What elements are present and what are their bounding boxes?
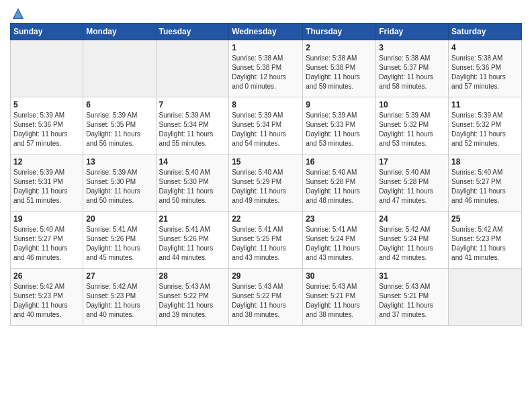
day-number: 11 (451, 100, 519, 109)
day-info: Sunrise: 5:39 AM Sunset: 5:31 PM Dayligh… (13, 168, 80, 205)
day-info: Sunrise: 5:43 AM Sunset: 5:22 PM Dayligh… (232, 282, 300, 320)
day-number: 21 (159, 214, 226, 224)
day-number: 12 (13, 157, 80, 167)
day-info: Sunrise: 5:43 AM Sunset: 5:21 PM Dayligh… (379, 282, 445, 320)
calendar-cell: 1Sunrise: 5:38 AM Sunset: 5:38 PM Daylig… (229, 40, 303, 97)
calendar-cell: 19Sunrise: 5:40 AM Sunset: 5:27 PM Dayli… (11, 212, 83, 269)
calendar-cell: 2Sunrise: 5:38 AM Sunset: 5:38 PM Daylig… (303, 40, 376, 97)
day-number: 16 (306, 157, 373, 167)
calendar-table: Sunday Monday Tuesday Wednesday Thursday… (10, 23, 522, 326)
calendar-cell: 24Sunrise: 5:42 AM Sunset: 5:24 PM Dayli… (376, 212, 449, 269)
calendar-cell: 5Sunrise: 5:39 AM Sunset: 5:36 PM Daylig… (11, 97, 83, 154)
col-monday: Monday (83, 24, 156, 40)
day-number: 22 (232, 214, 300, 224)
day-info: Sunrise: 5:39 AM Sunset: 5:32 PM Dayligh… (451, 111, 519, 148)
day-number: 10 (379, 100, 445, 109)
day-info: Sunrise: 5:40 AM Sunset: 5:27 PM Dayligh… (13, 225, 80, 263)
calendar-cell: 26Sunrise: 5:42 AM Sunset: 5:23 PM Dayli… (11, 269, 83, 326)
day-number: 24 (379, 214, 445, 224)
day-number: 27 (86, 271, 152, 281)
day-info: Sunrise: 5:38 AM Sunset: 5:38 PM Dayligh… (306, 54, 373, 91)
day-number: 4 (451, 43, 519, 52)
day-info: Sunrise: 5:38 AM Sunset: 5:36 PM Dayligh… (451, 54, 519, 91)
calendar-cell: 7Sunrise: 5:39 AM Sunset: 5:34 PM Daylig… (156, 97, 229, 154)
calendar-header-row: Sunday Monday Tuesday Wednesday Thursday… (11, 24, 522, 40)
calendar-cell: 29Sunrise: 5:43 AM Sunset: 5:22 PM Dayli… (229, 269, 303, 326)
page-container: Sunday Monday Tuesday Wednesday Thursday… (0, 0, 532, 332)
day-number: 2 (306, 43, 373, 52)
day-info: Sunrise: 5:40 AM Sunset: 5:28 PM Dayligh… (379, 168, 445, 205)
day-info: Sunrise: 5:42 AM Sunset: 5:23 PM Dayligh… (13, 282, 80, 320)
calendar-week-row: 19Sunrise: 5:40 AM Sunset: 5:27 PM Dayli… (11, 212, 522, 269)
day-number: 20 (86, 214, 152, 224)
calendar-cell (449, 269, 522, 326)
calendar-week-row: 1Sunrise: 5:38 AM Sunset: 5:38 PM Daylig… (11, 40, 522, 97)
col-tuesday: Tuesday (156, 24, 229, 40)
day-info: Sunrise: 5:38 AM Sunset: 5:37 PM Dayligh… (379, 54, 445, 91)
calendar-cell: 28Sunrise: 5:43 AM Sunset: 5:22 PM Dayli… (156, 269, 229, 326)
calendar-cell (83, 40, 156, 97)
calendar-cell: 20Sunrise: 5:41 AM Sunset: 5:26 PM Dayli… (83, 212, 156, 269)
day-info: Sunrise: 5:39 AM Sunset: 5:32 PM Dayligh… (379, 111, 445, 148)
day-info: Sunrise: 5:39 AM Sunset: 5:34 PM Dayligh… (232, 111, 300, 148)
day-info: Sunrise: 5:39 AM Sunset: 5:33 PM Dayligh… (306, 111, 373, 148)
day-info: Sunrise: 5:42 AM Sunset: 5:23 PM Dayligh… (451, 225, 519, 263)
day-number: 17 (379, 157, 445, 167)
calendar-cell: 9Sunrise: 5:39 AM Sunset: 5:33 PM Daylig… (303, 97, 376, 154)
day-number: 14 (159, 157, 226, 167)
day-info: Sunrise: 5:40 AM Sunset: 5:27 PM Dayligh… (451, 168, 519, 205)
logo (10, 7, 25, 17)
calendar-cell: 16Sunrise: 5:40 AM Sunset: 5:28 PM Dayli… (303, 154, 376, 212)
day-number: 30 (306, 271, 373, 281)
day-info: Sunrise: 5:42 AM Sunset: 5:24 PM Dayligh… (379, 225, 445, 263)
calendar-cell: 21Sunrise: 5:41 AM Sunset: 5:26 PM Dayli… (156, 212, 229, 269)
col-saturday: Saturday (449, 24, 522, 40)
header (10, 7, 522, 17)
day-info: Sunrise: 5:41 AM Sunset: 5:25 PM Dayligh… (232, 225, 300, 263)
day-info: Sunrise: 5:39 AM Sunset: 5:35 PM Dayligh… (86, 111, 152, 148)
calendar-cell: 22Sunrise: 5:41 AM Sunset: 5:25 PM Dayli… (229, 212, 303, 269)
day-info: Sunrise: 5:40 AM Sunset: 5:30 PM Dayligh… (159, 168, 226, 205)
calendar-cell: 15Sunrise: 5:40 AM Sunset: 5:29 PM Dayli… (229, 154, 303, 212)
day-info: Sunrise: 5:40 AM Sunset: 5:29 PM Dayligh… (232, 168, 300, 205)
day-number: 1 (232, 43, 300, 52)
calendar-cell: 12Sunrise: 5:39 AM Sunset: 5:31 PM Dayli… (11, 154, 83, 212)
day-number: 8 (232, 100, 300, 109)
day-info: Sunrise: 5:41 AM Sunset: 5:26 PM Dayligh… (159, 225, 226, 263)
day-number: 29 (232, 271, 300, 281)
day-info: Sunrise: 5:39 AM Sunset: 5:34 PM Dayligh… (159, 111, 226, 148)
calendar-cell: 31Sunrise: 5:43 AM Sunset: 5:21 PM Dayli… (376, 269, 449, 326)
day-info: Sunrise: 5:42 AM Sunset: 5:23 PM Dayligh… (86, 282, 152, 320)
day-number: 31 (379, 271, 445, 281)
calendar-cell: 25Sunrise: 5:42 AM Sunset: 5:23 PM Dayli… (449, 212, 522, 269)
day-info: Sunrise: 5:41 AM Sunset: 5:24 PM Dayligh… (306, 225, 373, 263)
day-number: 15 (232, 157, 300, 167)
day-number: 3 (379, 43, 445, 52)
day-info: Sunrise: 5:43 AM Sunset: 5:21 PM Dayligh… (306, 282, 373, 320)
col-friday: Friday (376, 24, 449, 40)
day-info: Sunrise: 5:43 AM Sunset: 5:22 PM Dayligh… (159, 282, 226, 320)
calendar-cell: 23Sunrise: 5:41 AM Sunset: 5:24 PM Dayli… (303, 212, 376, 269)
calendar-cell: 30Sunrise: 5:43 AM Sunset: 5:21 PM Dayli… (303, 269, 376, 326)
day-info: Sunrise: 5:39 AM Sunset: 5:36 PM Dayligh… (13, 111, 80, 148)
day-number: 18 (451, 157, 519, 167)
calendar-cell: 14Sunrise: 5:40 AM Sunset: 5:30 PM Dayli… (156, 154, 229, 212)
day-number: 28 (159, 271, 226, 281)
col-thursday: Thursday (303, 24, 376, 40)
calendar-cell: 11Sunrise: 5:39 AM Sunset: 5:32 PM Dayli… (449, 97, 522, 154)
col-sunday: Sunday (11, 24, 83, 40)
calendar-cell: 8Sunrise: 5:39 AM Sunset: 5:34 PM Daylig… (229, 97, 303, 154)
day-number: 26 (13, 271, 80, 281)
calendar-cell: 17Sunrise: 5:40 AM Sunset: 5:28 PM Dayli… (376, 154, 449, 212)
day-number: 19 (13, 214, 80, 224)
calendar-cell: 13Sunrise: 5:39 AM Sunset: 5:30 PM Dayli… (83, 154, 156, 212)
day-number: 7 (159, 100, 226, 109)
day-number: 5 (13, 100, 80, 109)
col-wednesday: Wednesday (229, 24, 303, 40)
day-number: 23 (306, 214, 373, 224)
day-info: Sunrise: 5:38 AM Sunset: 5:38 PM Dayligh… (232, 54, 300, 91)
calendar-cell: 10Sunrise: 5:39 AM Sunset: 5:32 PM Dayli… (376, 97, 449, 154)
calendar-week-row: 26Sunrise: 5:42 AM Sunset: 5:23 PM Dayli… (11, 269, 522, 326)
day-number: 25 (451, 214, 519, 224)
day-info: Sunrise: 5:39 AM Sunset: 5:30 PM Dayligh… (86, 168, 152, 205)
